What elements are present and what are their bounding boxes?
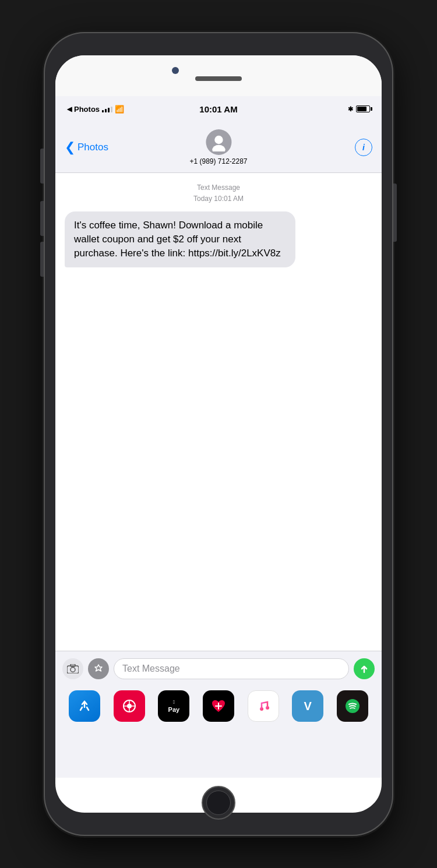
dock-appstore[interactable]: [69, 690, 100, 722]
venmo-v-icon: V: [304, 700, 311, 713]
message-placeholder: Text Message: [122, 664, 180, 674]
message-timestamp: Today 10:01 AM: [65, 193, 372, 204]
home-button-area: [55, 731, 382, 778]
spotify-icon: [344, 698, 361, 714]
camera-icon: [67, 664, 79, 673]
home-button-inner: [206, 791, 231, 815]
app-dock:  Pay: [55, 686, 382, 731]
applepay-apple-icon: : [173, 699, 175, 705]
info-button[interactable]: i: [355, 139, 372, 156]
dock-rewards[interactable]: [203, 690, 234, 722]
svg-point-3: [71, 667, 75, 672]
photos-app-label: Photos: [74, 105, 100, 114]
dock-venmo[interactable]: V: [292, 690, 323, 722]
front-camera: [172, 67, 179, 74]
battery-fill: [357, 107, 366, 111]
signal-bar-4: [111, 107, 112, 112]
back-button[interactable]: ❮ Photos: [65, 141, 108, 154]
status-time: 10:01 AM: [199, 104, 237, 114]
person-icon: [209, 133, 228, 151]
status-bar: ◀ Photos 📶 10:01 AM ✱: [55, 96, 382, 122]
back-arrow-icon: ◀: [67, 105, 72, 113]
phone-top-bar: [55, 55, 382, 96]
messages-area: Text Message Today 10:01 AM It's coffee …: [55, 173, 382, 651]
svg-point-0: [214, 135, 223, 143]
dock-applepay[interactable]:  Pay: [158, 690, 189, 722]
phone-screen: ◀ Photos 📶 10:01 AM ✱ ❮: [55, 55, 382, 813]
svg-point-12: [266, 706, 269, 710]
camera-button[interactable]: [62, 658, 83, 679]
dock-spotify[interactable]: [337, 690, 368, 722]
phone-device: ◀ Photos 📶 10:01 AM ✱ ❮: [44, 32, 393, 836]
send-icon: [360, 664, 369, 673]
back-label: Photos: [77, 142, 108, 153]
avatar: [206, 129, 231, 155]
bluetooth-icon: ✱: [348, 105, 353, 113]
contact-number: +1 (989) 712-2287: [189, 157, 247, 165]
input-area: Text Message: [55, 651, 382, 686]
applepay-label: Pay: [168, 706, 180, 713]
home-button[interactable]: [202, 786, 235, 820]
signal-bars: [102, 105, 112, 112]
svg-point-1: [212, 144, 225, 151]
message-bubble: It's coffee time, Shawn! Download a mobi…: [65, 211, 295, 267]
signal-bar-1: [102, 110, 104, 112]
svg-rect-4: [71, 664, 75, 666]
signal-bar-3: [108, 108, 110, 112]
chevron-left-icon: ❮: [65, 141, 75, 154]
message-meta: Text Message Today 10:01 AM: [65, 182, 372, 204]
appstore-dock-icon: [76, 698, 93, 714]
battery-icon: [356, 105, 370, 112]
message-text: It's coffee time, Shawn! Download a mobi…: [74, 220, 281, 259]
dock-browser[interactable]: [114, 690, 145, 722]
status-left: ◀ Photos 📶: [67, 105, 124, 114]
appstore-icon: [93, 664, 104, 674]
browser-dock-icon: [121, 698, 138, 714]
wifi-icon: 📶: [115, 105, 124, 114]
message-source: Text Message: [65, 182, 372, 193]
signal-bar-2: [105, 109, 107, 112]
dock-music[interactable]: [248, 690, 279, 722]
music-icon: [256, 698, 271, 714]
status-right: ✱: [348, 105, 370, 113]
info-icon: i: [362, 143, 365, 152]
contact-info-center: +1 (989) 712-2287: [189, 129, 247, 165]
message-input[interactable]: Text Message: [114, 658, 349, 679]
send-button[interactable]: [354, 658, 375, 679]
appstore-button[interactable]: [88, 658, 109, 679]
speaker: [195, 76, 242, 81]
nav-header: ❮ Photos +1 (989) 712-2287 i: [55, 122, 382, 173]
rewards-icon: [210, 698, 227, 714]
svg-point-11: [260, 707, 263, 711]
